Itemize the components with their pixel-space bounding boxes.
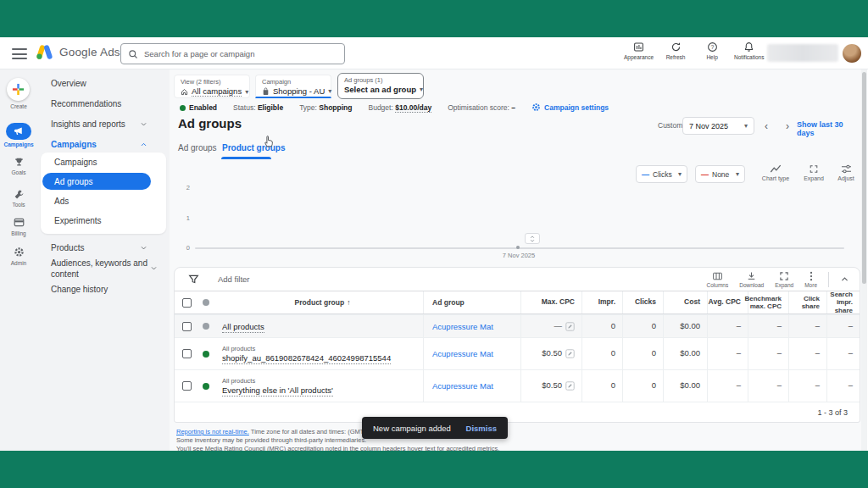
select-all-checkbox[interactable] — [182, 298, 192, 308]
collapse-table-chevron-icon[interactable] — [840, 274, 849, 284]
y-axis-tick-0: 0 — [180, 244, 190, 252]
avatar[interactable] — [843, 44, 861, 63]
help-button[interactable]: ? Help — [698, 42, 726, 60]
table-row[interactable]: All products Everything else in 'All pro… — [175, 369, 860, 402]
chevron-down-icon — [150, 264, 158, 272]
logo-text: Google Ads — [59, 46, 120, 58]
chart-expand-button[interactable]: Expand — [799, 164, 828, 181]
ad-group-value: Select an ad group — [344, 85, 416, 94]
chart-resize-handle[interactable] — [525, 233, 540, 244]
refresh-button[interactable]: Refresh — [661, 42, 690, 60]
search-input[interactable]: Search for a page or campaign — [120, 43, 345, 64]
columns-button[interactable]: Columns — [707, 271, 729, 288]
col-click-share[interactable]: Click share — [788, 291, 826, 313]
secondary-metric-dropdown[interactable]: — None ▾ — [695, 165, 745, 183]
rail-label-tools: Tools — [0, 202, 37, 208]
more-button[interactable]: More — [804, 271, 817, 288]
col-benchmark-max-cpc[interactable]: Benchmark max. CPC — [748, 291, 788, 313]
tools-icon[interactable] — [0, 189, 37, 200]
chevron-up-icon — [140, 141, 147, 148]
ad-group-link[interactable]: Acupressure Mat — [432, 322, 493, 331]
vertical-scrollbar[interactable] — [861, 69, 867, 452]
table-toolbar: Add filter Columns Download Expand — [175, 268, 860, 291]
col-impr[interactable]: Impr. — [581, 291, 622, 313]
product-group-name[interactable]: All products — [222, 322, 264, 333]
ad-group-link[interactable]: Acupressure Mat — [432, 381, 493, 391]
create-button[interactable] — [7, 78, 30, 101]
filter-funnel-icon[interactable] — [188, 274, 199, 285]
impr-value: 0 — [611, 381, 615, 391]
admin-icon[interactable] — [0, 247, 37, 258]
download-button[interactable]: Download — [739, 271, 764, 288]
col-avg-cpc[interactable]: Avg. CPC — [707, 291, 748, 313]
add-filter-button[interactable]: Add filter — [218, 274, 250, 284]
tab-product-groups[interactable]: Product groups — [222, 143, 285, 152]
sidebar-item-insights[interactable]: Insights and reports — [37, 119, 170, 129]
table-row[interactable]: All products Acupressure Mat — 0 0 $0.00… — [175, 314, 860, 337]
view-selector[interactable]: View (2 filters) All campaigns ▾ — [174, 75, 250, 98]
sidebar-item-overview[interactable]: Overview — [37, 79, 170, 88]
col-clicks[interactable]: Clicks — [622, 291, 663, 313]
google-ads-logo: Google Ads — [36, 44, 120, 60]
goals-icon[interactable] — [0, 157, 37, 168]
home-icon — [181, 88, 188, 96]
product-group-name[interactable]: shopify_au_8619082678424_46024998715544 — [222, 353, 391, 364]
google-ads-logo-icon — [36, 44, 53, 60]
col-max-cpc[interactable]: Max. CPC — [520, 291, 581, 313]
sidebar-item-products[interactable]: Products — [37, 243, 170, 252]
budget-field[interactable]: Budget: $10.00/day — [369, 103, 432, 112]
sidebar-item-ads[interactable]: Ads — [54, 197, 69, 206]
date-next-button[interactable]: › — [779, 117, 796, 135]
tab-ad-groups[interactable]: Ad groups — [178, 143, 217, 152]
edit-pencil-icon[interactable] — [565, 381, 575, 391]
primary-metric-dropdown[interactable]: — Clicks ▾ — [636, 165, 687, 183]
appearance-button[interactable]: Appearance — [624, 42, 654, 60]
campaign-selector[interactable]: Campaign Shopping - AU ▾ — [255, 75, 331, 98]
campaign-settings-link[interactable]: Campaign settings — [531, 103, 609, 112]
status-value: Eligible — [258, 103, 283, 112]
enabled-status: Enabled — [180, 103, 217, 112]
row-checkbox[interactable] — [182, 349, 192, 358]
col-product-group[interactable]: Product group — [295, 298, 345, 307]
chart-type-label: Chart type — [762, 175, 789, 181]
chevron-down-icon — [140, 120, 147, 128]
product-groups-table: Add filter Columns Download Expand — [174, 267, 860, 423]
columns-label: Columns — [707, 282, 729, 288]
row-status-dot-icon — [203, 383, 209, 390]
sidebar-item-change-history[interactable]: Change history — [37, 285, 170, 294]
edit-pencil-icon[interactable] — [565, 349, 575, 358]
budget-value: $10.00/day — [395, 103, 431, 113]
row-checkbox[interactable] — [182, 322, 192, 331]
rail-item-campaigns[interactable] — [6, 123, 31, 140]
notifications-button[interactable]: Notifications — [734, 42, 764, 60]
products-label: Products — [51, 243, 84, 252]
chart-type-button[interactable]: Chart type — [759, 164, 793, 181]
row-checkbox[interactable] — [182, 381, 192, 391]
scrollbar-thumb[interactable] — [862, 72, 866, 284]
product-group-name[interactable]: Everything else in 'All products' — [222, 385, 333, 396]
col-ad-group[interactable]: Ad group — [423, 291, 520, 313]
main-menu-icon[interactable] — [12, 48, 27, 59]
sidebar-item-experiments[interactable]: Experiments — [54, 216, 102, 225]
sidebar-item-recommendations[interactable]: Recommendations — [37, 99, 170, 108]
edit-pencil-icon[interactable] — [565, 322, 575, 331]
insights-label: Insights and reports — [51, 119, 125, 129]
date-range-selector[interactable]: 7 Nov 2025 ▾ — [682, 117, 754, 135]
table-row[interactable]: All products shopify_au_8619082678424_46… — [175, 337, 860, 369]
col-cost[interactable]: Cost — [663, 291, 707, 313]
ad-group-selector[interactable]: Ad groups (1) Select an ad group ▾ — [337, 73, 424, 99]
ad-group-link[interactable]: Acupressure Mat — [432, 349, 493, 358]
reporting-delay-link[interactable]: Reporting is not real-time. — [176, 428, 249, 435]
show-last-30-days-link[interactable]: Show last 30 days — [797, 120, 861, 137]
sidebar-item-audiences[interactable]: Audiences, keywords and content — [37, 258, 149, 280]
sidebar-item-ad-groups-selected[interactable]: Ad groups — [42, 173, 151, 190]
sidebar-section-campaigns[interactable]: Campaigns — [37, 140, 170, 149]
col-search-impr-share[interactable]: Search impr. share — [826, 291, 860, 313]
billing-icon[interactable] — [0, 217, 37, 228]
sidebar-item-campaigns[interactable]: Campaigns — [54, 158, 97, 167]
toast-dismiss-button[interactable]: Dismiss — [466, 424, 497, 433]
chart-adjust-button[interactable]: Adjust — [831, 164, 861, 181]
table-expand-button[interactable]: Expand — [775, 271, 793, 288]
date-prev-button[interactable]: ‹ — [758, 117, 775, 135]
secondary-metric-label: None — [712, 170, 729, 179]
